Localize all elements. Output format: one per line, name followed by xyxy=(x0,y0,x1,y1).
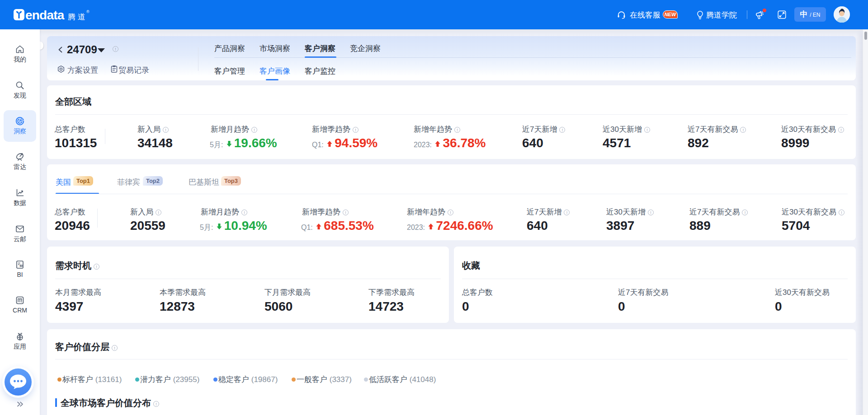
svg-text:BI: BI xyxy=(20,264,23,267)
